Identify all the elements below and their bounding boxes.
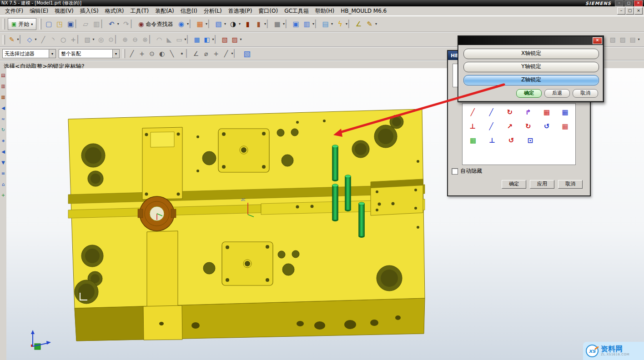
snap-center-icon[interactable]: ⊙ <box>147 49 156 58</box>
add-icon[interactable]: + <box>0 193 6 198</box>
selection-scope-combo[interactable]: 整个装配 ▾ <box>59 49 120 58</box>
separator[interactable]: ▏ <box>79 35 82 44</box>
inferred-vector-icon[interactable]: ╱ <box>467 107 478 118</box>
panel-apply-button[interactable]: 应用 <box>530 180 554 189</box>
mdi-restore-button[interactable]: ▢ <box>626 7 634 15</box>
window-new-icon[interactable]: ▥ <box>302 19 312 29</box>
dialog-close-icon[interactable]: × <box>593 37 602 44</box>
dropdown-arrow-icon[interactable]: ▾ <box>239 35 243 44</box>
separator[interactable]: ▏ <box>116 35 120 44</box>
menu-item[interactable]: 信息(I) <box>177 7 201 15</box>
separator[interactable]: ▏ <box>210 19 213 29</box>
dropdown-arrow-icon[interactable]: ▾ <box>91 35 96 44</box>
gray-cube-icon[interactable]: ▧ <box>608 35 617 44</box>
axis-lock-x-button[interactable]: X轴锁定 <box>463 49 599 59</box>
history-icon[interactable]: ▤ <box>0 73 6 78</box>
snap-node-icon[interactable]: • <box>177 49 186 58</box>
menu-item[interactable]: 窗口(O) <box>255 7 281 15</box>
dialog-cancel-button[interactable]: 取消 <box>573 89 598 98</box>
copy-icon[interactable]: ▥ <box>91 19 101 29</box>
selection-filter-combo[interactable]: 无选择过滤器 ▾ <box>2 49 56 58</box>
gray-cube2-icon[interactable]: ▨ <box>618 35 627 44</box>
dialog-back-button[interactable]: 后退 <box>544 89 570 98</box>
open-folder-icon[interactable]: ◳ <box>55 19 65 29</box>
dropdown-arrow-icon[interactable]: ▾ <box>374 19 378 29</box>
palette-icon[interactable]: ▦ <box>0 95 6 100</box>
view-layout-icon[interactable]: ▦ <box>195 19 205 29</box>
axis-lock-y-button[interactable]: Y轴锁定 <box>463 62 599 72</box>
extrude-icon[interactable]: ▧ <box>83 35 92 44</box>
material-box-icon[interactable]: ■ <box>272 19 282 29</box>
snap-quadrant-icon[interactable]: ◐ <box>157 49 166 58</box>
dialog-ok-button[interactable]: 确定 <box>516 89 542 98</box>
back-icon[interactable]: ◀ <box>0 105 6 111</box>
dropdown-arrow-icon[interactable]: ▾ <box>330 19 334 29</box>
info-icon[interactable]: ◉ <box>176 19 186 29</box>
curve-tangent-icon[interactable]: ↻ <box>504 107 515 118</box>
cut-icon[interactable]: ▱ <box>80 19 91 29</box>
separator[interactable]: ▏ <box>317 19 320 29</box>
toolbar-grip[interactable] <box>3 19 5 30</box>
datum-plane-icon[interactable]: ◇ <box>25 35 34 44</box>
mdi-close-button[interactable]: × <box>634 7 643 15</box>
angled-vector-icon[interactable]: ╱ <box>486 121 497 132</box>
axis-perpendicular-icon[interactable]: ⊥ <box>467 121 478 132</box>
separator[interactable]: ▏ <box>187 49 191 58</box>
view-cube-icon[interactable]: ▧ <box>242 49 252 58</box>
cylinder-icon[interactable]: ▮ <box>243 19 253 29</box>
menu-item[interactable]: HB_MOULD M6.6 <box>337 7 390 15</box>
rotate-ccw-icon[interactable]: ↺ <box>541 121 553 132</box>
feature-red-icon[interactable]: ▧ <box>220 35 229 44</box>
separator[interactable]: ▏ <box>287 19 290 29</box>
save-icon[interactable]: ▣ <box>65 19 75 29</box>
separator[interactable]: ▏ <box>191 19 194 29</box>
menu-item[interactable]: 工具(T) <box>127 7 152 15</box>
menu-item[interactable]: 装配(A) <box>152 7 177 15</box>
menu-item[interactable]: 首选项(P) <box>225 7 256 15</box>
menu-item[interactable]: 文件(F) <box>2 7 26 15</box>
separator[interactable]: ▏ <box>268 19 272 29</box>
snap-slash-icon[interactable]: ╱ <box>221 49 231 58</box>
menu-item[interactable]: 格式(R) <box>102 7 127 15</box>
face-normal-icon[interactable]: ↱ <box>523 107 534 118</box>
chevron-down-icon[interactable]: ▾ <box>112 50 119 58</box>
snap-plus-icon[interactable]: + <box>211 49 221 58</box>
solid-cube-icon[interactable]: ▧ <box>214 19 224 29</box>
expand-icon[interactable]: ▼ <box>0 160 6 165</box>
panel-cancel-button[interactable]: 取消 <box>558 180 583 189</box>
redo-icon[interactable]: ↷ <box>121 19 131 29</box>
hole-icon[interactable]: ⊙ <box>106 35 116 44</box>
snap-midpoint-icon[interactable]: ╱ <box>127 49 136 58</box>
minimize-button[interactable]: – <box>615 0 624 6</box>
sketch-icon[interactable]: ✎ <box>7 35 16 44</box>
datum-grid-blue-icon[interactable]: ▦ <box>559 107 571 118</box>
snap-diameter-icon[interactable]: ⌀ <box>201 49 211 58</box>
navigator-icon[interactable]: ∗ <box>0 138 6 144</box>
dropdown-arrow-icon[interactable]: ▾ <box>238 19 242 29</box>
point-icon[interactable]: + <box>69 35 78 44</box>
separator[interactable]: ▏ <box>132 19 135 29</box>
refresh-icon[interactable]: ↻ <box>0 127 6 133</box>
bolt-icon[interactable]: ϟ <box>335 19 345 29</box>
separator[interactable]: ▏ <box>102 19 106 29</box>
line-icon[interactable]: ╱ <box>39 35 48 44</box>
toolbar-grip[interactable] <box>39 19 41 30</box>
arc-icon[interactable]: ◝ <box>49 35 58 44</box>
gray-sheet-icon[interactable]: ▤ <box>628 35 637 44</box>
cylinder2-icon[interactable]: ▮ <box>254 19 264 29</box>
toolbar-grip[interactable] <box>123 49 125 58</box>
separator[interactable]: ▏ <box>76 19 80 29</box>
axis-lock-z-button[interactable]: Z轴锁定 <box>463 75 599 85</box>
close-button[interactable]: × <box>634 0 643 6</box>
circle-icon[interactable]: ○ <box>59 35 68 44</box>
menu-item[interactable]: 插入(S) <box>77 7 102 15</box>
mdi-minimize-button[interactable]: – <box>617 7 625 15</box>
separator[interactable]: ▏ <box>151 35 154 44</box>
intersect-icon[interactable]: ⊗ <box>141 35 150 44</box>
menu-item[interactable]: 帮助(H) <box>312 7 337 15</box>
undo-icon[interactable]: ↶ <box>106 19 116 29</box>
panel-ok-button[interactable]: 确定 <box>502 180 526 189</box>
separator[interactable]: ▏ <box>21 35 24 44</box>
menu-item[interactable]: GC工具箱 <box>281 7 312 15</box>
window-icon[interactable]: ▣ <box>291 19 301 29</box>
